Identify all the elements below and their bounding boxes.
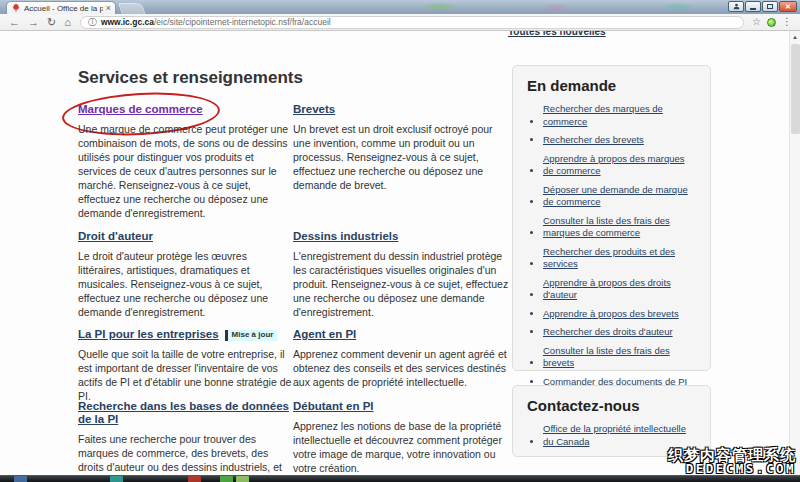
section-description: Quelle que soit la taille de votre entre… [78,347,294,403]
screen: { "browser": { "tab_title": "Accueil - O… [0,0,800,482]
list-item: Rechercher des brevets [543,134,696,147]
sidebar-link-apprendre-droits-auteur[interactable]: Apprendre à propos des droits d'auteur [543,277,695,302]
agent-pi-link[interactable]: Agent en PI [293,328,356,340]
section-description: Le droit d'auteur protège les œuvres lit… [78,249,294,319]
tab-title: Accueil - Office de la p [24,4,103,13]
scrollbar-thumb[interactable] [791,44,800,134]
close-icon: ✕ [785,3,791,10]
page-title: Services et renseignements [78,68,303,88]
page-info-icon[interactable]: ⓘ [88,18,97,27]
section-description: Une marque de commerce peut protéger une… [78,122,294,220]
section-description: Apprenez les notions de base de la propr… [293,419,509,475]
address-bar[interactable]: ⓘ www.ic.gc.ca/eic/site/cipointernet-int… [80,16,744,29]
url-text: www.ic.gc.ca/eic/site/cipointernet-inter… [101,17,331,27]
page-scrollbar[interactable]: ▲ [789,31,800,475]
scroll-up-icon[interactable]: ▲ [790,31,800,43]
taskbar-app-icon[interactable] [188,476,201,482]
sidebar-link-apprendre-marques[interactable]: Apprendre à propos des marques de commer… [543,153,695,178]
taskbar-app-icon[interactable] [220,476,233,482]
sidebar-link-opic[interactable]: Office de la propriété intellectuelle du… [543,423,695,448]
contact-list: Office de la propriété intellectuelle du… [543,423,696,448]
window-controls: ✕ [728,1,797,12]
maximize-icon [767,4,773,9]
url-domain: www.ic.gc.ca [101,17,154,27]
list-item: Apprendre à propos des brevets [543,308,696,321]
home-icon[interactable]: ⌂ [64,17,71,28]
list-item: Rechercher des droits d'auteur [543,326,696,339]
sidebar-link-rechercher-brevets[interactable]: Rechercher des brevets [543,134,695,147]
desktop-blur-decoration [420,2,460,12]
sidebar-link-apprendre-brevets[interactable]: Apprendre à propos des brevets [543,308,695,321]
close-button[interactable]: ✕ [779,1,797,12]
en-demande-list: Rechercher des marques de commerce Reche… [543,103,696,388]
minimize-icon [750,8,756,10]
section-pi-entreprises: La PI pour les entreprisesMise à jour Qu… [78,328,294,403]
list-item: Rechercher des marques de commerce [543,103,696,128]
taskbar-app-icon[interactable] [14,476,27,482]
section-description: Faites une recherche pour trouver des ma… [78,432,294,475]
section-description: Apprenez comment devenir un agent agréé … [293,347,509,389]
recherche-bases-donnees-link[interactable]: Recherche dans les bases de données de l… [78,400,289,425]
window-titlebar: Accueil - Office de la p × ✕ [0,0,800,14]
list-item: Apprendre à propos des droits d'auteur [543,277,696,302]
section-recherche-bases-donnees: Recherche dans les bases de données de l… [78,400,294,475]
maple-leaf-favicon [11,3,21,13]
watermark-domain-text: DEDECMS.COM [668,462,796,476]
sidebar-link-rechercher-marques[interactable]: Rechercher des marques de commerce [543,103,695,128]
reload-icon[interactable]: ↻ [47,17,56,28]
person-icon [733,3,740,10]
contact-title: Contactez-nous [527,397,696,414]
desktop-blur-decoration [540,3,570,12]
desktop-blur-decoration [660,2,696,12]
droit-auteur-link[interactable]: Droit d'auteur [78,230,153,242]
updated-badge: Mise à jour [225,330,278,341]
forward-icon[interactable]: → [28,17,39,28]
section-agent-pi: Agent en PI Apprenez comment devenir un … [293,328,509,389]
section-description: Un brevet est un droit exclusif octroyé … [293,122,509,192]
maximize-button[interactable] [762,1,778,12]
marques-de-commerce-link[interactable]: Marques de commerce [78,103,203,115]
en-demande-title: En demande [527,77,696,94]
dedecms-watermark: 织梦内容管理系统 DEDECMS.COM [668,447,796,476]
watermark-cn-text: 织梦内容管理系统 [668,447,796,462]
partial-top-link-wrap: Toutes les nouvelles [508,31,606,40]
section-marques-de-commerce: Marques de commerce Une marque de commer… [78,103,294,220]
list-item: Déposer une demande de marque de commerc… [543,184,696,209]
page-content: Toutes les nouvelles Services et renseig… [0,31,800,475]
section-brevets: Brevets Un brevet est un droit exclusif … [293,103,509,192]
taskbar-app-icon[interactable] [236,476,249,482]
url-path: /eic/site/cipointernet-internetopic.nsf/… [154,17,331,27]
taskbar-app-icon[interactable] [110,476,123,482]
section-droit-auteur: Droit d'auteur Le droit d'auteur protège… [78,230,294,319]
section-debutant-pi: Débutant en PI Apprenez les notions de b… [293,400,509,475]
list-item: Consulter la liste des frais des marques… [543,215,696,240]
list-item: Consulter la liste des frais des brevets [543,345,696,370]
sidebar-link-rechercher-droits-auteur[interactable]: Rechercher des droits d'auteur [543,326,695,339]
section-dessins-industriels: Dessins industriels L'enregistrement du … [293,230,509,319]
browser-tab[interactable]: Accueil - Office de la p × [6,1,116,14]
extension-icon[interactable] [767,18,776,27]
brevets-link[interactable]: Brevets [293,103,335,115]
toutes-les-nouvelles-link[interactable]: Toutes les nouvelles [508,31,606,37]
browser-toolbar: ← → ↻ ⌂ ⓘ www.ic.gc.ca/eic/site/cipointe… [0,14,800,31]
sidebar-link-deposer-demande-marque[interactable]: Déposer une demande de marque de commerc… [543,184,695,209]
sidebar-link-frais-brevets[interactable]: Consulter la liste des frais des brevets [543,345,695,370]
back-icon[interactable]: ← [9,17,20,28]
pi-entreprises-link[interactable]: La PI pour les entreprises [78,328,219,340]
bookmark-star-icon[interactable]: ☆ [752,17,761,27]
list-item: Rechercher des produits et des services [543,246,696,271]
minimize-button[interactable] [745,1,761,12]
sidebar-link-rechercher-produits-services[interactable]: Rechercher des produits et des services [543,246,695,271]
list-item: Office de la propriété intellectuelle du… [543,423,696,448]
tab-close-icon[interactable]: × [106,4,111,13]
dessins-industriels-link[interactable]: Dessins industriels [293,230,398,242]
sidebar-link-frais-marques[interactable]: Consulter la liste des frais des marques… [543,215,695,240]
profile-button[interactable] [728,1,744,12]
section-description: L'enregistrement du dessin industriel pr… [293,249,509,319]
list-item: Apprendre à propos des marques de commer… [543,153,696,178]
browser-menu-icon[interactable]: ⋮ [782,17,792,27]
debutant-pi-link[interactable]: Débutant en PI [293,400,374,412]
en-demande-box: En demande Rechercher des marques de com… [512,65,711,371]
windows-taskbar[interactable] [0,475,800,482]
